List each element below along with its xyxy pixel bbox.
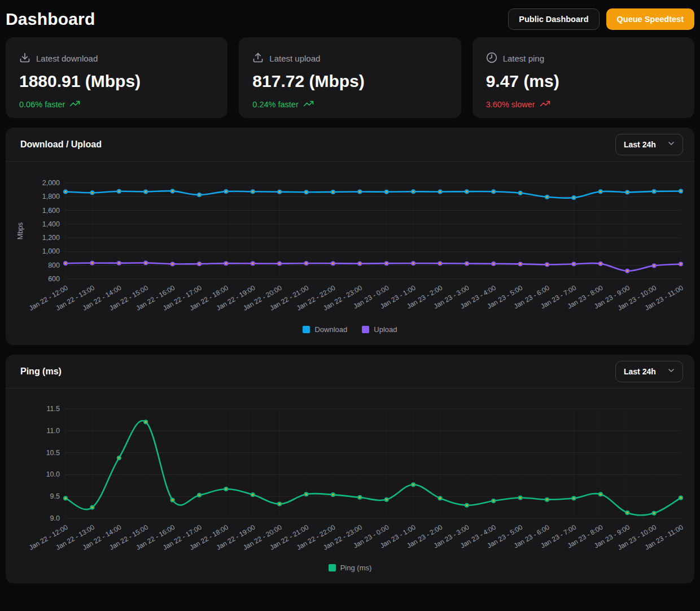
clock-icon <box>486 52 497 65</box>
page-title: Dashboard <box>6 10 95 29</box>
download-upload-chart-card: Download / Upload Last 24h 6008001,0001,… <box>6 128 694 345</box>
svg-text:1,200: 1,200 <box>42 234 60 242</box>
stat-delta: 3.60% slower <box>486 98 681 111</box>
chart-title: Ping (ms) <box>20 366 62 377</box>
svg-text:11.5: 11.5 <box>47 405 60 413</box>
legend-item[interactable]: Download <box>303 325 347 334</box>
legend-label: Upload <box>374 325 397 334</box>
dashboard-page: Dashboard Public Dashboard Queue Speedte… <box>0 0 700 599</box>
stat-delta: 0.24% faster <box>252 98 447 111</box>
chart-legend: DownloadUpload <box>15 324 685 343</box>
svg-text:11.0: 11.0 <box>47 427 60 435</box>
legend-swatch <box>362 326 369 333</box>
time-range-select[interactable]: Last 24h <box>615 134 683 155</box>
svg-text:800: 800 <box>48 261 60 269</box>
chart-legend: Ping (ms) <box>15 562 685 581</box>
latest-ping-card: Latest ping 9.47 (ms) 3.60% slower <box>473 37 694 118</box>
ping-chart-card: Ping (ms) Last 24h 9.09.510.010.511.011.… <box>6 355 694 583</box>
queue-speedtest-button[interactable]: Queue Speedtest <box>606 8 694 30</box>
public-dashboard-button[interactable]: Public Dashboard <box>508 8 599 30</box>
svg-text:600: 600 <box>48 275 60 283</box>
top-bar-actions: Public Dashboard Queue Speedtest <box>508 8 694 30</box>
svg-text:Mbps: Mbps <box>16 222 24 240</box>
svg-text:1,600: 1,600 <box>42 207 60 215</box>
stats-row: Latest download 1880.91 (Mbps) 0.06% fas… <box>6 37 694 118</box>
legend-item[interactable]: Upload <box>362 325 397 334</box>
download-icon <box>19 52 30 65</box>
svg-text:1,400: 1,400 <box>42 220 60 228</box>
svg-text:10.5: 10.5 <box>46 449 60 457</box>
stat-value: 1880.91 (Mbps) <box>19 72 214 91</box>
time-range-select[interactable]: Last 24h <box>615 361 683 382</box>
chevron-down-icon <box>667 366 676 377</box>
top-bar: Dashboard Public Dashboard Queue Speedte… <box>6 6 694 33</box>
legend-swatch <box>303 326 310 333</box>
svg-text:9.0: 9.0 <box>50 514 60 522</box>
chart-title: Download / Upload <box>20 139 102 150</box>
upload-icon <box>252 52 264 65</box>
svg-text:10.0: 10.0 <box>46 470 60 478</box>
trending-up-icon <box>69 98 80 111</box>
stat-label: Latest ping <box>503 54 544 63</box>
legend-label: Ping (ms) <box>340 564 372 572</box>
chevron-down-icon <box>667 139 676 150</box>
stat-value: 817.72 (Mbps) <box>252 72 447 91</box>
trending-up-icon <box>303 98 314 111</box>
legend-item[interactable]: Ping (ms) <box>329 564 372 572</box>
stat-label: Latest download <box>36 54 98 63</box>
ping-chart: 9.09.510.010.511.011.5Jan 22 - 12:00Jan … <box>15 395 685 562</box>
legend-label: Download <box>314 325 347 334</box>
svg-text:9.5: 9.5 <box>50 492 60 500</box>
latest-download-card: Latest download 1880.91 (Mbps) 0.06% fas… <box>6 37 228 118</box>
latest-upload-card: Latest upload 817.72 (Mbps) 0.24% faster <box>239 37 461 118</box>
svg-text:1,800: 1,800 <box>42 193 60 200</box>
svg-text:2,000: 2,000 <box>42 179 60 187</box>
stat-delta: 0.06% faster <box>19 98 214 111</box>
download-upload-chart: 6008001,0001,2001,4001,6001,8002,000Mbps… <box>15 168 685 324</box>
svg-text:1,000: 1,000 <box>42 247 60 255</box>
legend-swatch <box>329 564 336 571</box>
trending-up-icon <box>540 98 550 111</box>
stat-label: Latest upload <box>269 54 320 63</box>
stat-value: 9.47 (ms) <box>486 72 681 91</box>
